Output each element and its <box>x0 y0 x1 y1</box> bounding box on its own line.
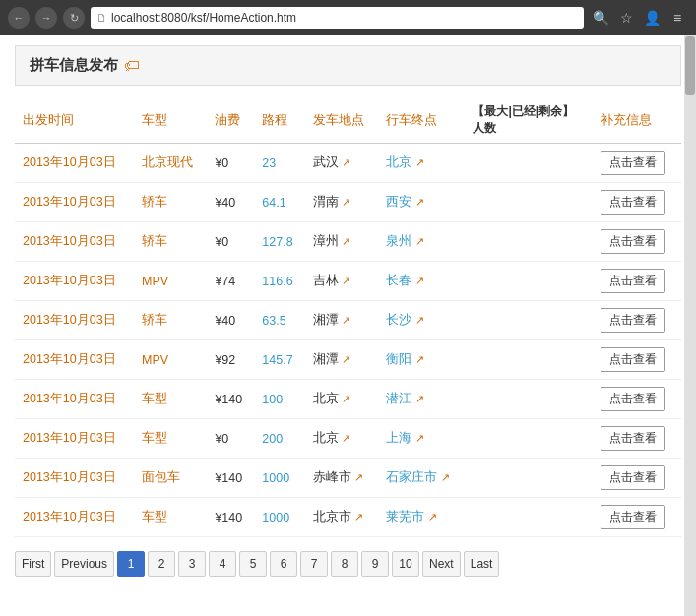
info-cell: 点击查看 <box>593 380 681 419</box>
info-cell: 点击查看 <box>593 459 681 498</box>
profile-icon[interactable]: 👤 <box>641 7 663 29</box>
info-cell: 点击查看 <box>593 183 681 222</box>
from-cell: 北京 ↗ <box>305 419 378 459</box>
distance-cell: 64.1 <box>254 183 305 222</box>
view-button[interactable]: 点击查看 <box>601 229 665 254</box>
to-link[interactable]: 上海 <box>386 431 411 445</box>
page-title-area: 拼车信息发布 🏷 <box>15 45 681 86</box>
from-cell: 渭南 ↗ <box>305 183 378 222</box>
from-arrow: ↗ <box>342 196 350 208</box>
to-cell: 上海 ↗ <box>378 419 465 459</box>
to-link[interactable]: 北京 <box>386 155 411 169</box>
car-type-cell: 轿车 <box>134 183 207 222</box>
to-link[interactable]: 长沙 <box>386 313 411 327</box>
table-row: 2013年10月03日 MPV ¥74 116.6 吉林 ↗ 长春 ↗ 点击查看 <box>15 262 681 301</box>
distance-cell: 23 <box>254 144 305 183</box>
fuel-cell: ¥0 <box>207 222 254 262</box>
seats-cell <box>465 380 593 419</box>
col-header-from: 发车地点 <box>305 97 378 144</box>
page-button-6[interactable]: 6 <box>270 551 297 577</box>
col-header-date: 出发时间 <box>15 97 134 144</box>
url-text: localhost:8080/ksf/HomeAction.htm <box>111 11 296 25</box>
car-type-cell: 车型 <box>134 380 207 419</box>
page-wrapper: 拼车信息发布 🏷 出发时间 车型 油费 路程 发车地点 行车终点 【最大|已经|… <box>0 35 696 591</box>
distance-cell: 100 <box>254 380 305 419</box>
menu-icon[interactable]: ≡ <box>666 7 688 29</box>
view-button[interactable]: 点击查看 <box>601 151 665 175</box>
seats-cell <box>465 262 593 301</box>
from-cell: 北京市 ↗ <box>305 498 378 537</box>
info-cell: 点击查看 <box>593 419 681 459</box>
col-header-info: 补充信息 <box>593 97 681 144</box>
page-button-2[interactable]: 2 <box>148 551 175 577</box>
date-cell: 2013年10月03日 <box>15 419 134 459</box>
search-icon[interactable]: 🔍 <box>590 7 611 29</box>
pagination-area: First Previous 1 2 3 4 5 6 7 8 9 10 Next… <box>15 551 681 577</box>
fuel-cell: ¥92 <box>207 340 254 380</box>
col-header-cartype: 车型 <box>134 97 207 144</box>
date-cell: 2013年10月03日 <box>15 301 134 340</box>
view-button[interactable]: 点击查看 <box>601 387 665 411</box>
to-link[interactable]: 衡阳 <box>386 352 411 366</box>
to-link[interactable]: 石家庄市 <box>386 470 437 484</box>
page-button-5[interactable]: 5 <box>239 551 267 577</box>
forward-button[interactable]: → <box>35 7 57 29</box>
table-row: 2013年10月03日 轿车 ¥0 127.8 漳州 ↗ 泉州 ↗ 点击查看 <box>15 222 681 262</box>
view-button[interactable]: 点击查看 <box>601 269 665 293</box>
star-icon[interactable]: ☆ <box>615 7 637 29</box>
to-link[interactable]: 莱芜市 <box>386 510 424 524</box>
to-link[interactable]: 西安 <box>386 195 411 209</box>
prev-page-button[interactable]: Previous <box>54 551 114 577</box>
view-button[interactable]: 点击查看 <box>601 347 665 372</box>
to-arrow: ↗ <box>415 275 424 286</box>
from-arrow: ↗ <box>342 393 350 404</box>
distance-cell: 127.8 <box>254 222 305 262</box>
from-cell: 漳州 ↗ <box>305 222 378 262</box>
page-button-9[interactable]: 9 <box>361 551 389 577</box>
page-button-8[interactable]: 8 <box>331 551 358 577</box>
info-cell: 点击查看 <box>593 498 681 537</box>
to-cell: 北京 ↗ <box>378 144 465 183</box>
to-link[interactable]: 长春 <box>386 274 411 287</box>
page-button-3[interactable]: 3 <box>178 551 206 577</box>
to-arrow: ↗ <box>415 353 424 365</box>
from-cell: 湘潭 ↗ <box>305 301 378 340</box>
view-button[interactable]: 点击查看 <box>601 190 665 215</box>
to-link[interactable]: 潜江 <box>386 392 411 405</box>
reload-button[interactable]: ↻ <box>63 7 85 29</box>
page-button-10[interactable]: 10 <box>392 551 419 577</box>
date-cell: 2013年10月03日 <box>15 222 134 262</box>
view-button[interactable]: 点击查看 <box>601 308 665 333</box>
scrollbar[interactable] <box>684 35 696 591</box>
view-button[interactable]: 点击查看 <box>601 465 665 490</box>
page-button-4[interactable]: 4 <box>209 551 236 577</box>
to-arrow: ↗ <box>415 314 424 326</box>
from-arrow: ↗ <box>354 511 363 523</box>
seats-cell <box>465 301 593 340</box>
next-page-button[interactable]: Next <box>422 551 461 577</box>
to-cell: 潜江 ↗ <box>378 380 465 419</box>
scrollbar-thumb[interactable] <box>685 36 695 95</box>
tag-icon: 🏷 <box>124 57 140 75</box>
view-button[interactable]: 点击查看 <box>601 426 665 451</box>
page-button-1[interactable]: 1 <box>117 551 145 577</box>
address-bar[interactable]: 🗋 localhost:8080/ksf/HomeAction.htm <box>91 7 584 29</box>
fuel-cell: ¥140 <box>207 380 254 419</box>
last-page-button[interactable]: Last <box>464 551 500 577</box>
first-page-button[interactable]: First <box>15 551 51 577</box>
table-row: 2013年10月03日 北京现代 ¥0 23 武汉 ↗ 北京 ↗ 点击查看 <box>15 144 681 183</box>
table-header-row: 出发时间 车型 油费 路程 发车地点 行车终点 【最大|已经|剩余】人数 补充信… <box>15 97 681 144</box>
to-arrow: ↗ <box>415 432 424 444</box>
page-button-7[interactable]: 7 <box>300 551 328 577</box>
seats-cell <box>465 340 593 380</box>
col-header-distance: 路程 <box>254 97 305 144</box>
from-arrow: ↗ <box>342 275 350 286</box>
to-link[interactable]: 泉州 <box>386 234 411 248</box>
distance-cell: 200 <box>254 419 305 459</box>
view-button[interactable]: 点击查看 <box>601 505 665 529</box>
info-cell: 点击查看 <box>593 144 681 183</box>
table-row: 2013年10月03日 轿车 ¥40 63.5 湘潭 ↗ 长沙 ↗ 点击查看 <box>15 301 681 340</box>
back-button[interactable]: ← <box>8 7 30 29</box>
distance-cell: 145.7 <box>254 340 305 380</box>
table-row: 2013年10月03日 车型 ¥0 200 北京 ↗ 上海 ↗ 点击查看 <box>15 419 681 459</box>
